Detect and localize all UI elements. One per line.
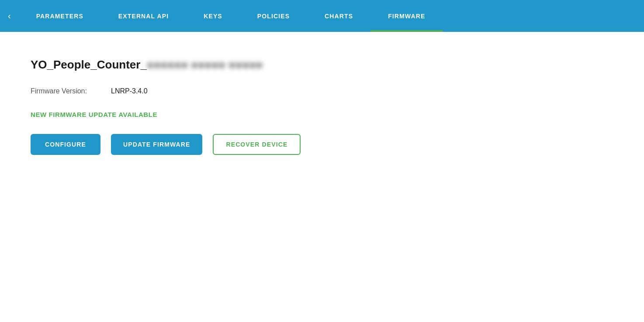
recover-device-button[interactable]: RECOVER DEVICE	[213, 134, 301, 155]
update-notice: NEW FIRMWARE UPDATE AVAILABLE	[31, 111, 613, 118]
configure-button[interactable]: CONFIGURE	[31, 134, 100, 155]
nav-items: PARAMETERS EXTERNAL API KEYS POLICIES CH…	[19, 0, 644, 32]
nav-item-policies[interactable]: POLICIES	[240, 0, 307, 32]
device-title: YO_People_Counter_●●●●●● ●●●●● ●●●●●	[31, 58, 613, 72]
nav-item-parameters[interactable]: PARAMETERS	[19, 0, 101, 32]
device-id-blurred: ●●●●●● ●●●●● ●●●●●	[147, 58, 263, 72]
main-content: YO_People_Counter_●●●●●● ●●●●● ●●●●● Fir…	[0, 32, 644, 181]
back-button[interactable]: ‹	[0, 11, 19, 21]
firmware-row: Firmware Version: LNRP-3.4.0	[31, 87, 613, 95]
navbar: ‹ PARAMETERS EXTERNAL API KEYS POLICIES …	[0, 0, 644, 32]
firmware-label: Firmware Version:	[31, 87, 100, 95]
buttons-row: CONFIGURE UPDATE FIRMWARE RECOVER DEVICE	[31, 134, 613, 155]
nav-item-external-api[interactable]: EXTERNAL API	[101, 0, 186, 32]
update-firmware-button[interactable]: UPDATE FIRMWARE	[111, 134, 202, 155]
firmware-value: LNRP-3.4.0	[111, 87, 148, 95]
nav-item-keys[interactable]: KEYS	[186, 0, 240, 32]
nav-item-firmware[interactable]: FIRMWARE	[370, 0, 443, 32]
nav-item-charts[interactable]: CHARTS	[307, 0, 370, 32]
